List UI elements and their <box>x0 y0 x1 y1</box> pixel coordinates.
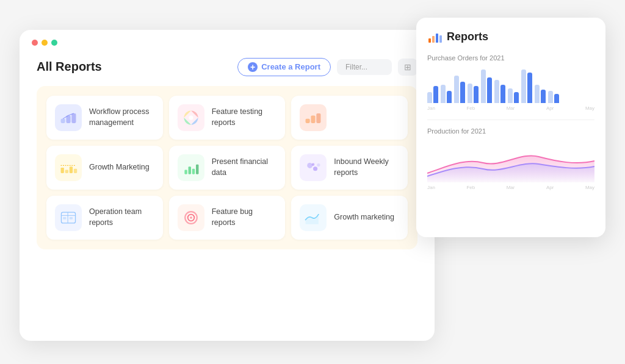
svg-rect-24 <box>63 217 66 219</box>
create-report-button[interactable]: + Create a Report <box>237 58 331 76</box>
titlebar <box>20 30 435 52</box>
report-card-partial[interactable] <box>291 96 408 140</box>
report-card-inbound[interactable]: Inbound Weekly reports <box>291 146 408 190</box>
svg-rect-10 <box>70 166 73 173</box>
bar-light <box>441 85 446 103</box>
svg-rect-30 <box>432 36 435 43</box>
svg-rect-15 <box>192 168 194 174</box>
feature-bug-label: Feature bug reports <box>212 207 277 228</box>
report-card-feature-testing[interactable]: Feature testing reports <box>169 96 286 140</box>
bar-group-1 <box>427 86 438 103</box>
bar-group-5 <box>481 70 492 103</box>
bar-light <box>468 84 472 103</box>
bar-dark <box>514 92 519 103</box>
svg-point-20 <box>312 163 314 165</box>
area-chart <box>427 140 594 182</box>
page-title: All Reports <box>37 60 102 74</box>
svg-rect-2 <box>71 113 76 123</box>
growth-mktg2-icon <box>300 204 327 231</box>
dot-green[interactable] <box>51 40 57 46</box>
chart2-title: Production for 2021 <box>427 127 594 135</box>
bar-light <box>494 80 499 103</box>
financial-icon <box>178 154 204 181</box>
operation-icon <box>55 204 82 231</box>
svg-rect-11 <box>74 168 77 173</box>
reports-panel: Reports Purchase Orders for 2021 <box>416 18 605 237</box>
bar-group-6 <box>494 80 505 103</box>
bar-group-4 <box>468 84 479 103</box>
chart-divider <box>427 120 594 120</box>
inbound-icon <box>300 154 327 181</box>
reports-grid: Workflow process management <box>46 96 408 240</box>
filter-select[interactable]: Filter... <box>337 59 392 75</box>
bar-light <box>454 76 459 103</box>
report-card-growth-mktg2[interactable]: Growth marketing <box>291 196 408 240</box>
chart1-title: Purchase Orders for 2021 <box>427 54 594 62</box>
bar-group-10 <box>548 91 559 103</box>
report-card-growth-marketing[interactable]: Growth Marketing <box>46 146 163 190</box>
feature-testing-label: Feature testing reports <box>212 107 277 128</box>
dot-red[interactable] <box>32 40 38 46</box>
svg-rect-5 <box>306 118 310 123</box>
bar-dark <box>554 94 559 103</box>
bar-chart <box>427 66 594 103</box>
svg-rect-32 <box>439 35 442 43</box>
report-card-feature-bug[interactable]: Feature bug reports <box>169 196 286 240</box>
bar-light <box>508 88 513 103</box>
bar-group-7 <box>508 88 519 103</box>
scene: All Reports + Create a Report Filter... … <box>20 18 605 347</box>
svg-rect-13 <box>184 170 187 174</box>
bar-group-3 <box>454 76 465 103</box>
window-content: All Reports + Create a Report Filter... … <box>20 52 435 262</box>
svg-rect-14 <box>188 166 190 174</box>
feature-bug-icon <box>178 204 204 231</box>
svg-point-18 <box>313 166 317 171</box>
growth-mktg2-label: Growth marketing <box>334 212 394 223</box>
svg-rect-8 <box>61 168 64 173</box>
svg-rect-6 <box>311 115 316 123</box>
panel-header: Reports <box>427 30 594 45</box>
header-right: + Create a Report Filter... ⊞ <box>237 58 417 76</box>
bar-group-2 <box>441 85 452 103</box>
svg-rect-31 <box>436 34 438 43</box>
svg-point-17 <box>308 163 313 168</box>
bar-dark <box>527 73 532 103</box>
financial-label: Present financial data <box>212 157 277 178</box>
reports-panel-icon <box>427 30 442 45</box>
bar-light <box>535 85 540 103</box>
bar-group-9 <box>535 85 546 103</box>
report-card-financial[interactable]: Present financial data <box>169 146 286 190</box>
all-reports-header: All Reports + Create a Report Filter... … <box>37 58 417 76</box>
feature-testing-icon <box>178 104 204 131</box>
chart-section-production: Production for 2021 <box>427 127 594 190</box>
report-card-workflow[interactable]: Workflow process management <box>46 96 163 140</box>
filter-button[interactable]: ⊞ <box>398 59 417 76</box>
svg-rect-16 <box>196 164 198 174</box>
inbound-label: Inbound Weekly reports <box>334 157 399 178</box>
svg-rect-7 <box>317 113 321 123</box>
bar-light <box>548 91 553 103</box>
bar-dark <box>433 86 438 103</box>
plus-icon: + <box>248 62 258 72</box>
growth-marketing-label: Growth Marketing <box>89 162 150 173</box>
panel-title: Reports <box>447 30 488 43</box>
bar-dark <box>500 85 505 103</box>
chart-section-purchase-orders: Purchase Orders for 2021 <box>427 54 594 111</box>
bar-dark <box>487 77 492 103</box>
bar-dark <box>460 82 465 103</box>
bar-light <box>521 70 526 103</box>
bar-dark <box>541 90 546 103</box>
svg-rect-29 <box>428 38 431 43</box>
svg-rect-25 <box>70 217 73 219</box>
bar-light <box>481 70 486 103</box>
bar-dark <box>474 86 479 103</box>
report-card-operation[interactable]: Operation team reports <box>46 196 163 240</box>
svg-rect-0 <box>61 118 65 123</box>
dot-yellow[interactable] <box>42 40 48 46</box>
bar-dark <box>447 91 452 103</box>
reports-grid-section: Workflow process management <box>37 86 417 249</box>
svg-point-4 <box>189 115 193 120</box>
svg-point-19 <box>317 163 320 166</box>
growth-marketing-icon <box>55 154 82 181</box>
bar-light <box>427 92 432 103</box>
